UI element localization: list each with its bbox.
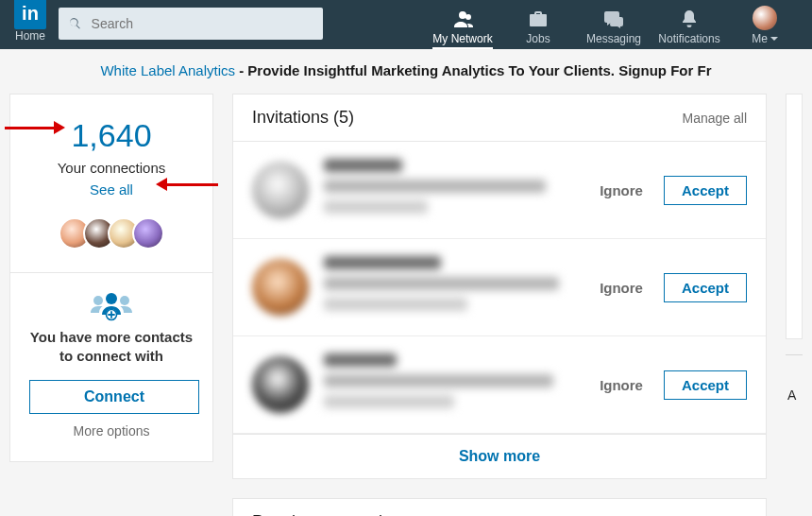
- nav-items: My Network Jobs Messaging Notifications …: [425, 0, 803, 49]
- add-contacts-icon: [89, 290, 134, 322]
- promo-brand-link[interactable]: White Label Analytics: [100, 62, 235, 78]
- invitation-text: [324, 353, 584, 416]
- briefcase-icon: [527, 8, 550, 30]
- invitations-card: Invitations (5) Manage all Ignore Accept: [232, 94, 767, 479]
- svg-point-2: [120, 296, 129, 305]
- nav-notifications[interactable]: Notifications: [651, 8, 727, 49]
- right-rail: A: [786, 94, 803, 516]
- svg-point-0: [106, 293, 117, 304]
- top-nav: in Home My Network Jobs Messaging Notifi…: [0, 0, 812, 49]
- invitation-row: Ignore Accept: [233, 239, 766, 336]
- show-more-link[interactable]: Show more: [233, 434, 766, 478]
- invitation-text: [324, 159, 584, 221]
- nav-my-network[interactable]: My Network: [425, 8, 500, 49]
- avatar: [252, 259, 309, 316]
- avatar: [753, 6, 777, 30]
- connections-avatars: [25, 217, 197, 249]
- contacts-block: You have more contacts to connect with C…: [25, 273, 197, 461]
- accept-button[interactable]: Accept: [664, 370, 747, 400]
- nav-messaging[interactable]: Messaging: [576, 8, 651, 49]
- ignore-button[interactable]: Ignore: [600, 377, 643, 393]
- ignore-button[interactable]: Ignore: [600, 182, 643, 198]
- promo-banner: White Label Analytics - Provide Insightf…: [0, 49, 812, 94]
- chevron-down-icon: [770, 37, 778, 41]
- nav-label: Jobs: [526, 32, 550, 45]
- more-options-link[interactable]: More options: [29, 423, 194, 439]
- nav-home-label: Home: [15, 29, 45, 43]
- connections-card: 1,640 Your connections See all: [9, 94, 213, 462]
- invitation-row: Ignore Accept: [233, 336, 766, 434]
- bell-icon: [678, 8, 701, 30]
- nav-label: My Network: [432, 32, 492, 45]
- invitation-row: Ignore Accept: [233, 142, 766, 239]
- nav-me[interactable]: Me: [727, 6, 803, 49]
- invitations-title: Invitations (5): [252, 108, 354, 128]
- accept-button[interactable]: Accept: [664, 176, 747, 205]
- pymk-card: People you may know: [232, 498, 767, 516]
- ignore-button[interactable]: Ignore: [600, 280, 643, 296]
- right-letter: A: [786, 387, 803, 403]
- search-box[interactable]: [59, 8, 323, 40]
- linkedin-logo-icon: in: [14, 0, 46, 29]
- avatar: [252, 356, 309, 413]
- connections-label: Your connections: [25, 160, 197, 176]
- see-all-link[interactable]: See all: [90, 181, 133, 198]
- nav-label: Messaging: [586, 32, 641, 45]
- nav-jobs[interactable]: Jobs: [500, 8, 576, 49]
- nav-label: Me: [752, 32, 768, 45]
- nav-label: Notifications: [658, 32, 719, 45]
- messaging-icon: [602, 8, 625, 30]
- people-icon: [451, 8, 474, 30]
- invitation-text: [324, 256, 584, 318]
- search-icon: [68, 16, 82, 31]
- avatar: [252, 162, 309, 218]
- accept-button[interactable]: Accept: [664, 273, 747, 302]
- manage-all-link[interactable]: Manage all: [683, 111, 748, 126]
- svg-point-1: [93, 296, 103, 305]
- promo-text: - Provide Insightful Marketing Analytics…: [235, 62, 712, 78]
- pymk-title: People you may know: [233, 499, 766, 516]
- contacts-headline: You have more contacts to connect with: [29, 328, 194, 367]
- search-input[interactable]: [90, 15, 313, 32]
- nav-home[interactable]: in Home: [9, 7, 51, 43]
- connect-button[interactable]: Connect: [29, 380, 199, 414]
